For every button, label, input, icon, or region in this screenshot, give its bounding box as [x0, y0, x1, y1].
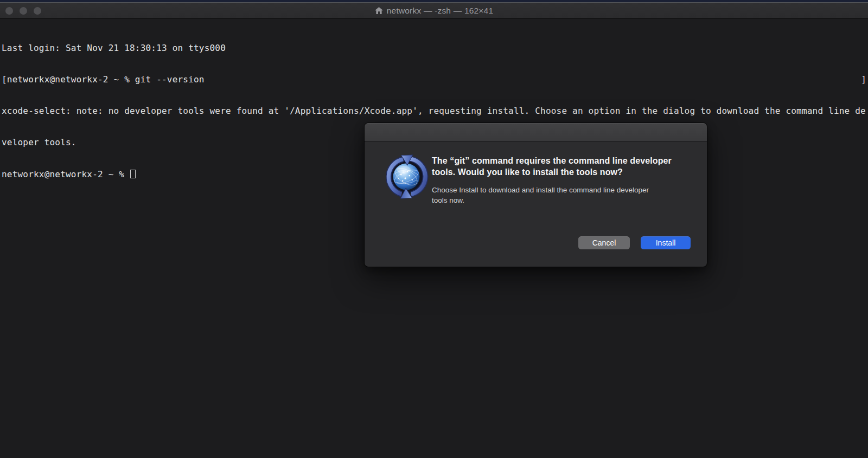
terminal-titlebar[interactable]: networkx — -zsh — 162×41: [0, 3, 868, 19]
dialog-body-text: Choose Install to download and install t…: [432, 185, 666, 205]
software-update-icon: [383, 153, 430, 200]
terminal-line: [networkx@networkx-2 ~ % git --version]: [2, 74, 868, 85]
close-button[interactable]: [5, 7, 13, 15]
line-wrap-bracket: ]: [861, 74, 866, 85]
terminal-line: Last login: Sat Nov 21 18:30:13 on ttys0…: [2, 43, 868, 53]
developer-tools-dialog: The “git” command requires the command l…: [365, 123, 707, 267]
traffic-lights: [5, 7, 41, 15]
install-button[interactable]: Install: [641, 236, 691, 249]
minimize-button[interactable]: [20, 7, 27, 15]
window-title: networkx — -zsh — 162×41: [387, 6, 493, 16]
dialog-text-block: The “git” command requires the command l…: [432, 155, 687, 205]
window-title-group: networkx — -zsh — 162×41: [375, 6, 493, 16]
dialog-heading: The “git” command requires the command l…: [432, 155, 687, 178]
zoom-button[interactable]: [34, 7, 41, 15]
dialog-button-row: Cancel Install: [578, 236, 691, 249]
terminal-cursor: [130, 170, 136, 178]
terminal-line: xcode-select: note: no developer tools w…: [2, 106, 868, 116]
cancel-button[interactable]: Cancel: [578, 236, 630, 249]
dialog-titlebar[interactable]: [365, 123, 707, 141]
home-folder-icon: [375, 7, 383, 15]
